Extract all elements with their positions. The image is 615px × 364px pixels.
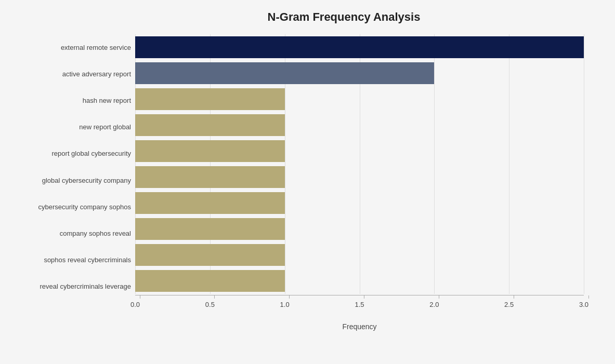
- y-label: global cybersecurity company: [10, 167, 135, 193]
- bar-row: [135, 268, 584, 294]
- bar-row: [135, 164, 584, 190]
- chart-title: N-Gram Frequency Analysis: [10, 10, 584, 24]
- bar: [135, 62, 434, 84]
- bar-row: [135, 112, 584, 138]
- plot-area: Frequency 0.00.51.01.52.02.53.0: [135, 34, 584, 315]
- bar-row: [135, 86, 584, 112]
- y-label: company sophos reveal: [10, 220, 135, 247]
- x-tick-line: [140, 295, 140, 299]
- y-label: external remote service: [10, 34, 135, 61]
- bar: [135, 166, 285, 188]
- x-tick-label: 3.0: [579, 301, 588, 308]
- bar: [135, 270, 285, 292]
- y-label: sophos reveal cybercriminals: [10, 247, 135, 273]
- x-tick-label: 2.0: [429, 301, 439, 308]
- x-axis-section: Frequency 0.00.51.01.52.02.53.0: [135, 295, 584, 315]
- bar-row: [135, 34, 584, 60]
- bar: [135, 244, 285, 266]
- y-label: active adversary report: [10, 61, 135, 87]
- bar-row: [135, 138, 584, 164]
- y-label: report global cybersecurity: [10, 140, 135, 167]
- x-tick: 3.0: [584, 295, 593, 308]
- bar: [135, 192, 285, 214]
- bar-row: [135, 216, 584, 242]
- x-tick: 0.0: [135, 295, 145, 308]
- bar-row: [135, 242, 584, 268]
- x-axis-title: Frequency: [135, 322, 584, 331]
- x-tick-line: [588, 295, 589, 299]
- x-tick-line: [439, 295, 439, 299]
- bar-row: [135, 190, 584, 216]
- x-tick-label: 2.5: [504, 301, 514, 308]
- x-tick-label: 0.5: [205, 301, 215, 308]
- y-label: hash new report: [10, 87, 135, 114]
- grid-line: [584, 34, 584, 294]
- x-tick-line: [289, 295, 290, 299]
- chart-container: N-Gram Frequency Analysis external remot…: [0, 0, 615, 364]
- x-tick: 0.5: [210, 295, 219, 308]
- x-tick: 2.5: [509, 295, 518, 308]
- x-tick: 2.0: [434, 295, 443, 308]
- bar: [135, 88, 285, 110]
- y-labels: external remote serviceactive adversary …: [10, 34, 135, 315]
- x-tick: 1.0: [285, 295, 294, 308]
- bar-row: [135, 60, 584, 86]
- bar: [135, 218, 285, 240]
- x-tick-line: [214, 295, 215, 299]
- bars-section: [135, 34, 584, 294]
- chart-area: external remote serviceactive adversary …: [10, 34, 584, 315]
- x-tick-label: 1.0: [280, 301, 290, 308]
- x-tick-label: 0.0: [130, 301, 140, 308]
- x-tick-line: [364, 295, 364, 299]
- x-tick-line: [514, 295, 514, 299]
- bar: [135, 114, 285, 136]
- x-tick: 1.5: [360, 295, 369, 308]
- y-label: new report global: [10, 114, 135, 140]
- y-label: reveal cybercriminals leverage: [10, 273, 135, 300]
- y-label: cybersecurity company sophos: [10, 194, 135, 220]
- bar: [135, 36, 584, 58]
- bar: [135, 140, 285, 162]
- x-tick-label: 1.5: [355, 301, 364, 308]
